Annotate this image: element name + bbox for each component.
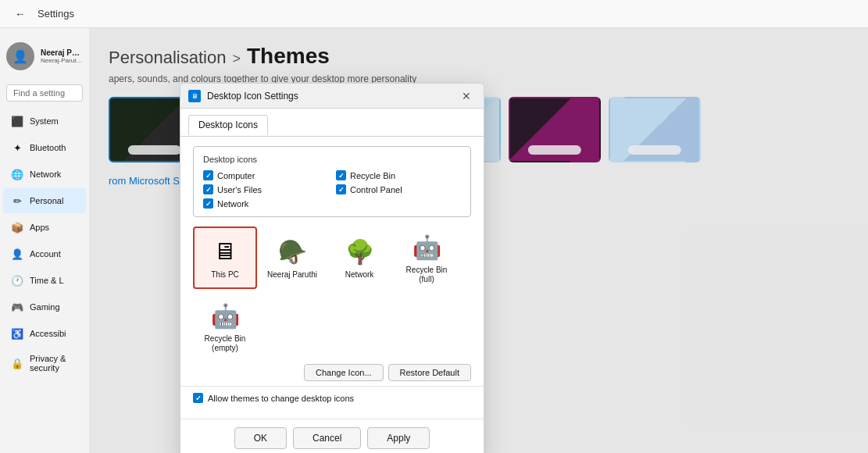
user-info: Neeraj Paruthi Neeraj-Paruthi@outlook.co…: [41, 48, 83, 64]
system-icon: ⬛: [11, 115, 23, 127]
checkbox-recycle-label: Recycle Bin: [350, 171, 395, 180]
sidebar-item-time[interactable]: 🕐 Time & L: [3, 268, 86, 293]
icon-item-recycle-full[interactable]: 🤖 Recycle Bin(full): [395, 226, 459, 289]
cancel-button[interactable]: Cancel: [293, 427, 361, 449]
checkbox-users-label: User's Files: [217, 185, 262, 194]
title-bar: ← Settings: [0, 0, 868, 28]
time-icon: 🕐: [11, 274, 23, 287]
sidebar-item-label: Privacy & security: [30, 354, 78, 373]
allow-themes-row: Allow themes to change desktop icons: [180, 386, 484, 409]
allow-themes-label: Allow themes to change desktop icons: [208, 394, 354, 403]
dialog-title: Desktop Icon Settings: [207, 91, 451, 102]
dialog-action-row: Change Icon... Restore Default: [193, 364, 471, 386]
checkbox-recycle-bin[interactable]: Recycle Bin: [336, 170, 461, 180]
sidebar-item-gaming[interactable]: 🎮 Gaming: [3, 294, 86, 319]
sidebar-item-privacy[interactable]: 🔒 Privacy & security: [3, 348, 86, 379]
search-input[interactable]: Find a setting: [6, 84, 83, 102]
sidebar-item-apps[interactable]: 📦 Apps: [3, 215, 86, 240]
dialog-footer: OK Cancel Apply: [180, 419, 484, 453]
sidebar-item-label: Personal: [30, 196, 63, 205]
sidebar-item-label: Network: [30, 169, 61, 179]
neeraj-label: Neeraj Paruthi: [267, 270, 317, 280]
dialog-tabs: Desktop Icons: [180, 109, 484, 137]
checkbox-computer[interactable]: Computer: [203, 170, 328, 180]
sidebar-item-label: Apps: [30, 223, 49, 232]
sidebar-item-account[interactable]: 👤 Account: [3, 241, 86, 266]
sidebar-item-label: Accessibi: [30, 329, 66, 338]
checkbox-users-indicator: [203, 184, 213, 194]
allow-themes-checkbox[interactable]: [193, 393, 203, 403]
sidebar-item-label: Bluetooth: [30, 143, 66, 152]
personalisation-icon: ✏: [11, 194, 23, 207]
apps-icon: 📦: [11, 221, 23, 234]
network-icon: 🌐: [11, 168, 23, 180]
avatar: 👤: [6, 42, 34, 70]
icon-item-this-pc[interactable]: 🖥 This PC: [193, 226, 257, 289]
restore-default-button[interactable]: Restore Default: [388, 364, 471, 381]
sidebar-item-network[interactable]: 🌐 Network: [3, 162, 86, 187]
privacy-icon: 🔒: [11, 357, 23, 369]
neeraj-icon: 🪖: [277, 236, 308, 267]
sidebar-item-label: Time & L: [30, 276, 64, 285]
dialog-close-button[interactable]: ✕: [457, 87, 476, 105]
recycle-full-label: Recycle Bin(full): [406, 266, 448, 284]
accessibility-icon: ♿: [11, 327, 23, 340]
desktop-icon-settings-dialog: 🖥 Desktop Icon Settings ✕ Desktop Icons …: [180, 83, 484, 453]
recycle-empty-icon: 🤖: [209, 300, 241, 331]
checkbox-computer-indicator: [203, 170, 213, 180]
tab-desktop-icons[interactable]: Desktop Icons: [188, 115, 268, 136]
sidebar-item-label: System: [30, 116, 59, 126]
settings-window: ← Settings 👤 Neeraj Paruthi Neeraj-Parut…: [0, 0, 868, 453]
network-icon: 🌳: [344, 236, 375, 267]
checkbox-control-indicator: [336, 184, 346, 194]
icon-item-recycle-empty[interactable]: 🤖 Recycle Bin(empty): [193, 295, 257, 358]
settings-body: 👤 Neeraj Paruthi Neeraj-Paruthi@outlook.…: [0, 28, 868, 453]
window-title: Settings: [38, 8, 74, 20]
sidebar-item-bluetooth[interactable]: ✦ Bluetooth: [3, 135, 86, 160]
sidebar-item-system[interactable]: ⬛ System: [3, 109, 86, 134]
section-legend: Desktop icons: [203, 155, 461, 164]
ok-button[interactable]: OK: [234, 427, 287, 449]
account-icon: 👤: [11, 248, 23, 260]
apply-button[interactable]: Apply: [367, 427, 430, 449]
gaming-icon: 🎮: [11, 301, 23, 313]
back-button[interactable]: ←: [9, 3, 31, 25]
this-pc-icon: 🖥: [209, 236, 241, 267]
dialog-overlay: 🖥 Desktop Icon Settings ✕ Desktop Icons …: [90, 28, 868, 453]
bluetooth-icon: ✦: [11, 141, 23, 154]
this-pc-label: This PC: [211, 270, 239, 280]
network-label: Network: [345, 270, 374, 280]
user-name: Neeraj Paruthi: [41, 48, 83, 57]
dialog-titlebar: 🖥 Desktop Icon Settings ✕: [180, 84, 484, 109]
dialog-body: Desktop icons Computer Recycle Bin: [180, 137, 484, 419]
icon-grid: 🖥 This PC 🪖 Neeraj Paruthi 🌳 Network: [193, 226, 471, 358]
checkbox-control-panel[interactable]: Control Panel: [336, 184, 461, 194]
checkbox-network-label: Network: [217, 199, 248, 209]
main-content: Personalisation > Themes apers, sounds, …: [90, 28, 868, 453]
checkbox-network[interactable]: Network: [203, 198, 328, 209]
dialog-app-icon: 🖥: [188, 90, 201, 102]
user-email: Neeraj-Paruthi@outlook.com: [41, 57, 83, 64]
checkbox-users-files[interactable]: User's Files: [203, 184, 328, 194]
sidebar: 👤 Neeraj Paruthi Neeraj-Paruthi@outlook.…: [0, 28, 90, 453]
checkbox-control-label: Control Panel: [350, 185, 402, 194]
checkbox-grid: Computer Recycle Bin User's Files: [203, 170, 461, 209]
recycle-empty-label: Recycle Bin(empty): [205, 334, 246, 353]
checkbox-computer-label: Computer: [217, 171, 255, 180]
checkbox-recycle-indicator: [336, 170, 346, 180]
icon-item-network[interactable]: 🌳 Network: [327, 226, 391, 289]
desktop-icons-section: Desktop icons Computer Recycle Bin: [193, 146, 471, 217]
checkbox-network-indicator: [203, 198, 213, 209]
recycle-full-icon: 🤖: [411, 231, 442, 262]
user-section: 👤 Neeraj Paruthi Neeraj-Paruthi@outlook.…: [0, 34, 89, 81]
sidebar-item-personalisation[interactable]: ✏ Personal: [3, 188, 86, 213]
change-icon-button[interactable]: Change Icon...: [304, 364, 384, 381]
sidebar-item-label: Gaming: [30, 302, 60, 312]
sidebar-item-label: Account: [30, 249, 61, 259]
icon-item-neeraj[interactable]: 🪖 Neeraj Paruthi: [260, 226, 324, 289]
sidebar-item-accessibility[interactable]: ♿ Accessibi: [3, 321, 86, 346]
